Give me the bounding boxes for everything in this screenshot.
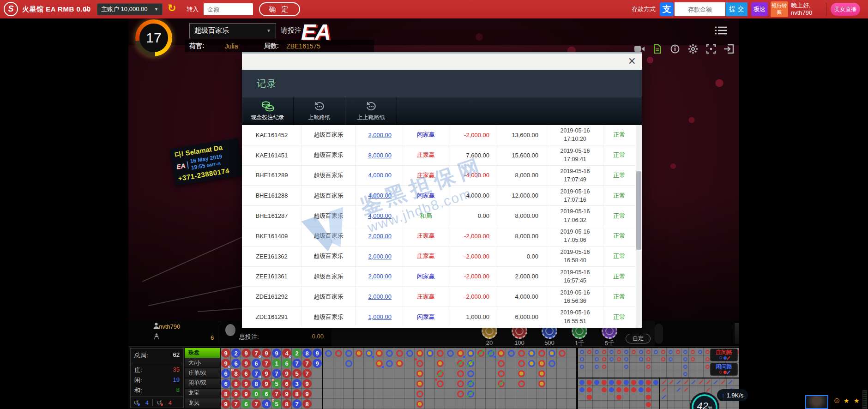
bet-amount-link[interactable]: 4,000.00 xyxy=(368,192,392,199)
tab-label: 上靴路纸 xyxy=(308,114,331,121)
modal-scrollbar[interactable] xyxy=(636,125,642,328)
fullscreen-icon[interactable] xyxy=(706,44,716,54)
exit-table-icon[interactable] xyxy=(723,44,734,54)
star-icon[interactable]: ★ xyxy=(844,397,850,404)
road-menu-闲单/双[interactable]: 闲单/双 xyxy=(185,379,220,388)
bead-cell: 9 xyxy=(241,358,251,368)
bead-cell: 7 xyxy=(251,348,261,358)
bet-amount-link[interactable]: 2,000.00 xyxy=(368,273,392,280)
small-road-column xyxy=(578,379,585,409)
confirm-bet-button[interactable]: ✔ xyxy=(734,322,739,345)
bet-amount-link[interactable]: 2,000.00 xyxy=(368,253,392,260)
star-icon[interactable]: ★ xyxy=(854,397,860,404)
transfer-amount-input[interactable] xyxy=(204,3,253,15)
cell-bet-amount: 4,000.00 xyxy=(356,206,403,226)
emoji-face-icon[interactable]: ☺ xyxy=(833,396,841,405)
road-ring xyxy=(559,350,566,357)
records-modal: ✕ 记录 现金投注纪录上靴路纸上上靴路纸 KAE161452超级百家乐2,000… xyxy=(242,52,642,328)
bet-amount-link[interactable]: 4,000.00 xyxy=(368,172,392,179)
bank-transfer-button[interactable]: 银行转账 xyxy=(771,1,788,17)
info-icon[interactable] xyxy=(670,44,681,54)
modal-tab-bar: 现金投注纪录上靴路纸上上靴路纸 xyxy=(242,97,642,125)
bead-cell: 9 xyxy=(271,348,282,358)
road-menu-大/小[interactable]: 大/小 xyxy=(185,358,220,368)
scoreboard: 总局: 62 庄: 35 闲: 19 和: 8 ↺ 4 xyxy=(128,346,739,409)
cell-game-name: 超级百家乐 xyxy=(302,247,356,266)
deposit-amount-input[interactable] xyxy=(675,2,725,16)
bead-cell: 9 xyxy=(261,348,271,358)
road-cell xyxy=(578,379,585,386)
gold-dot xyxy=(458,351,462,355)
big-road-column xyxy=(557,348,567,358)
road-mark xyxy=(639,350,643,354)
modal-scrollbar-thumb[interactable] xyxy=(636,171,641,250)
bead-result: 7 xyxy=(302,359,312,368)
bead-result: 6 xyxy=(221,369,230,378)
road-mark xyxy=(587,350,591,354)
result-label: 庄家赢 xyxy=(417,171,435,180)
ask-banker-road-button[interactable]: 庄问路 xyxy=(710,349,738,361)
road-menu-龙宝[interactable]: 龙宝 xyxy=(185,389,220,398)
bet-amount-link[interactable]: 2,000.00 xyxy=(368,132,392,138)
gold-dot xyxy=(438,361,442,365)
big-eye-column xyxy=(637,348,645,378)
game-select[interactable]: 超级百家乐 ▼ xyxy=(189,23,276,38)
road-menu-珠盘[interactable]: 珠盘 xyxy=(185,348,220,358)
alipay-icon[interactable]: 支 xyxy=(660,2,674,16)
betbar-divider xyxy=(220,324,220,343)
live-show-button[interactable]: 美女直播 xyxy=(831,3,860,16)
seat-icon xyxy=(154,333,159,339)
bead-cell: 8 xyxy=(292,389,302,399)
player-count-value: 19 xyxy=(173,376,180,385)
settings-gear-icon[interactable] xyxy=(688,44,698,54)
account-select[interactable]: 主账户 10,000.00 ▼ xyxy=(97,3,163,15)
gold-dot xyxy=(428,351,432,355)
tab-上上靴路纸[interactable]: 上上靴路纸 xyxy=(345,97,397,125)
road-menu-龙凤[interactable]: 龙凤 xyxy=(185,398,220,408)
cell-bet-id: KAE161452 xyxy=(242,125,302,145)
dealer-name: Julia xyxy=(225,42,238,50)
bead-row: 9696716779 xyxy=(221,358,322,368)
bead-result: 6 xyxy=(241,369,251,378)
menu-list-icon[interactable] xyxy=(715,26,727,35)
bet-amount-link[interactable]: 4,000.00 xyxy=(368,212,392,219)
road-cell xyxy=(660,386,668,393)
express-deposit-button[interactable]: 极速 xyxy=(751,2,768,16)
road-menu-庄单/双[interactable]: 庄单/双 xyxy=(185,368,220,378)
bead-cell: 7 xyxy=(271,389,282,399)
bead-cell xyxy=(312,389,322,399)
bet-amount-link[interactable]: 8,000.00 xyxy=(368,152,392,159)
cell-bet-id: KAE161451 xyxy=(242,145,302,165)
custom-chip-button[interactable]: 自定 xyxy=(626,334,651,343)
bet-amount-link[interactable]: 2,000.00 xyxy=(368,233,392,240)
deposit-submit-button[interactable]: 提 交 xyxy=(726,2,747,16)
cell-win-loss: 7,600.00 xyxy=(449,145,498,165)
alipay-glyph: 支 xyxy=(663,3,671,15)
transfer-confirm-button[interactable]: 确 定 xyxy=(259,2,300,16)
bead-result: 4 xyxy=(262,399,271,409)
bead-cell: 9 xyxy=(221,348,231,358)
big-eye-column xyxy=(696,348,704,378)
bet-amount-link[interactable]: 2,000.00 xyxy=(368,293,392,300)
cell-win-loss: -2,000.00 xyxy=(449,287,498,307)
refresh-balance-icon[interactable]: ↻ xyxy=(168,2,176,14)
history-icon xyxy=(313,101,326,112)
close-icon[interactable]: ✕ xyxy=(628,55,636,67)
big-eye-column xyxy=(593,348,600,378)
cell-win-loss: -2,000.00 xyxy=(449,125,498,145)
bet-amount-link[interactable]: 1,000.00 xyxy=(368,313,392,320)
dealer-video-thumbnail[interactable] xyxy=(805,395,828,409)
tab-现金投注纪录[interactable]: 现金投注纪录 xyxy=(242,97,294,125)
chip-rack-scroll-handle[interactable] xyxy=(655,324,663,344)
big-eye-column xyxy=(608,348,615,378)
ask-player-road-button[interactable]: 闲问路 xyxy=(710,363,738,376)
road-cell xyxy=(630,379,637,386)
bead-result: 7 xyxy=(292,399,301,409)
road-mark xyxy=(705,365,710,369)
big-road-cell xyxy=(536,379,547,389)
tab-上靴路纸[interactable]: 上靴路纸 xyxy=(294,97,345,125)
banker-pair-counter-icon: ↺ xyxy=(157,399,162,406)
records-document-icon[interactable] xyxy=(652,44,663,54)
bead-row: 9297994289 xyxy=(221,348,322,358)
big-road-cell xyxy=(344,348,354,358)
